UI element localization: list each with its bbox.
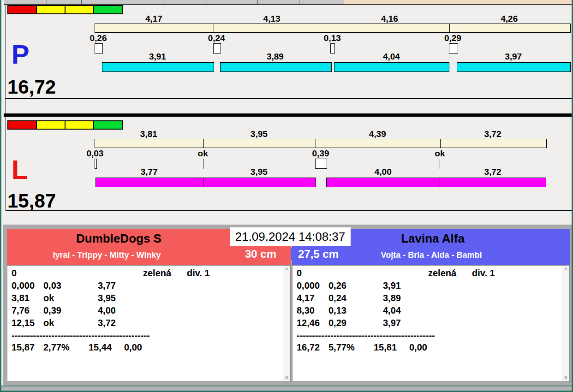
loss-marker-box[interactable] [95,159,97,169]
table-cell: 0,29 [328,318,346,328]
loss-label: 0,26 [78,34,119,42]
clean-time-bar [457,62,571,72]
table-cell: 16,72 [297,342,320,352]
table-cell: 15,81 [374,342,397,352]
lane-P: P 16,72 4,170,263,914,130,243,894,160,13… [1,4,573,98]
strip-tick [299,0,299,4]
clean-time-bar [334,62,449,72]
loss-label: ok [182,149,224,158]
table-cell: 0,00 [409,342,427,352]
table-cell: 3,89 [383,293,401,303]
scroll-down-icon[interactable]: v [283,374,290,380]
loss-label: ok [419,149,460,158]
table-cell: 7,76 [12,305,30,315]
table-cell: 0 [297,268,302,278]
loss-marker-box[interactable] [449,43,458,53]
legend-segment-0 [8,6,36,13]
full-time-label: 3,72 [472,130,513,138]
table-cell: 12,46 [297,318,320,328]
table-cell: 0,24 [328,293,346,303]
table-cell: ok [43,318,54,328]
clean-time-label: 3,91 [137,52,178,61]
loss-marker-box[interactable] [330,43,335,53]
legend-segment-1 [37,121,65,129]
table-cell: 12,15 [12,318,35,328]
team-dogs: Vojta - Bria - Aida - Bambi [339,250,524,260]
segment-divider [203,139,204,148]
clean-time-label: 3,72 [472,167,513,176]
full-time-label: 3,95 [238,130,280,138]
segment-divider [331,24,331,32]
legend-segment-0 [8,121,36,129]
loss-marker-box[interactable] [315,159,327,169]
table-cell: div. 1 [472,268,495,278]
scroll-down-icon[interactable]: v [562,374,569,380]
table-cell: 8,30 [297,305,315,315]
loss-label: 0,13 [311,34,353,42]
table-cell: zelená [143,268,171,278]
table-cell: 0,13 [328,305,346,315]
table-cell: 15,44 [89,342,112,352]
table-cell: 0,26 [328,280,346,291]
strip-tick [47,0,47,4]
loss-marker-box[interactable] [95,43,103,53]
full-time-bar [95,24,571,33]
legend-segment-3 [94,6,122,13]
loss-label: 0,03 [74,149,116,158]
ok-tick [203,159,203,169]
lane-L: L 15,87 3,810,033,773,95ok3,954,390,394,… [1,119,573,211]
timestamp: 21.09.2024 14:08:37 [230,227,351,246]
loss-label: 0,39 [300,149,341,158]
lane-total-time: 16,72 [7,77,56,97]
table-cell: 4,04 [383,305,401,315]
loss-label: 0,29 [432,34,473,42]
results-table-right[interactable]: ^ v 0zelenádiv. 10,0000,263,914,170,243,… [292,265,570,382]
team-name: DumbleDogs S [7,232,231,245]
table-cell: 3,81 [12,293,30,303]
clean-time-bar [203,178,316,187]
full-time-label: 3,81 [128,130,169,138]
loss-marker-box[interactable] [213,43,221,53]
team-dogs: lyrai - Trippy - Mitty - Winky [7,250,207,260]
clean-time-label: 4,00 [362,167,404,176]
full-time-bar [95,139,547,148]
ok-tick [440,159,440,169]
scroll-up-icon[interactable]: ^ [562,267,569,273]
table-cell: 0 [12,268,17,278]
clean-time-bar [326,178,441,187]
strip-tick [257,0,258,4]
table-separator: ----------------------------------------… [297,331,437,340]
table-cell: 3,91 [383,280,401,291]
traffic-light-legend [7,120,123,130]
scrollbar[interactable]: ^ v [562,266,569,381]
table-cell: 3,72 [98,318,116,328]
table-cell: 0,000 [12,280,35,291]
table-cell: zelená [428,268,456,278]
legend-segment-2 [66,121,93,129]
clean-time-label: 3,89 [254,52,296,61]
clean-time-bar [220,62,332,72]
strip-tick [207,0,207,4]
table-cell: 4,00 [98,305,116,315]
strip-tick [163,0,163,4]
scroll-up-icon[interactable]: ^ [283,267,290,273]
full-time-label: 4,13 [251,14,292,23]
clean-time-label: 3,77 [128,167,170,176]
segment-divider [316,139,316,148]
full-time-label: 4,17 [133,14,174,23]
full-time-label: 4,39 [357,130,398,138]
team-name: Lavina Alfa [340,232,525,245]
table-cell: 2,77% [43,342,70,352]
results-table-left[interactable]: ^ v 0zelenádiv. 10,0000,033,773,81ok3,95… [7,265,291,382]
clean-time-label: 3,95 [238,167,280,176]
table-cell: 15,87 [12,342,35,352]
table-cell: div. 1 [187,268,210,278]
scrollbar[interactable]: ^ v [283,266,290,381]
strip-tick [116,0,116,4]
lane-p-bottom-line [6,98,573,99]
clean-time-label: 3,97 [493,52,534,61]
segment-divider [214,24,214,32]
loss-label: 0,24 [196,34,237,42]
table-cell: 4,17 [297,293,315,303]
flyball-timing-window: P 16,72 4,170,263,914,130,243,894,160,13… [0,0,573,392]
